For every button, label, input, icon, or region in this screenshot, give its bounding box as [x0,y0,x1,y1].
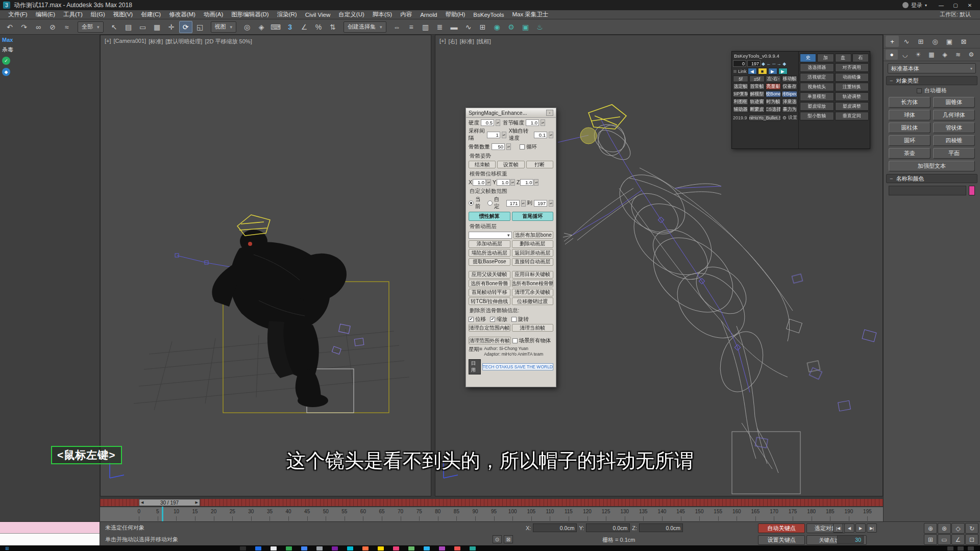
orbit-icon[interactable]: ↻ [965,523,978,534]
rotate-checkbox[interactable] [511,317,517,322]
menu-item[interactable]: 帮助(H) [441,11,469,18]
viewport-label-part[interactable]: [Camera001] [114,38,146,45]
range-current-radio[interactable] [469,201,474,206]
key-action-button[interactable]: 清理冗余关键帧 [512,289,554,296]
space-warps-icon[interactable]: ≋ [952,49,964,60]
viewport-label-part[interactable]: [+] [439,38,446,45]
zoom-extents-icon[interactable]: ⊛ [938,523,951,534]
taskbar-app-icon[interactable] [347,546,353,550]
clean-current-button[interactable]: 清理当前帧 [512,324,554,332]
fov-icon[interactable]: ∠ [951,534,965,545]
weight-field[interactable]: 1.0 [520,179,533,186]
x-coordinate-field[interactable]: 0.0cm [533,523,577,532]
taskbar-app-icon[interactable] [378,546,384,550]
bskey-panel-button[interactable]: 单显模型 [800,92,834,101]
primitive-button[interactable]: 几何球体 [933,110,975,120]
macro-recorder-row[interactable] [0,522,100,534]
spinner-icon[interactable]: ▴▾ [510,179,515,186]
bskey-panel-button[interactable]: 选选择器 [800,63,834,72]
spinner-icon[interactable]: ▴▾ [541,119,545,126]
primitive-button[interactable]: 圆环 [889,135,930,146]
modify-tab-icon[interactable]: ∿ [900,36,913,47]
object-color-swatch[interactable] [969,186,975,195]
bskey-tool-button[interactable]: 辅助器 [733,106,748,113]
weight-field[interactable]: 1.0 [473,179,486,186]
zoom-all-icon[interactable]: ⊞ [924,534,937,545]
menu-item[interactable]: 自定义(U) [334,11,368,18]
tray-icon[interactable] [958,546,964,550]
track-bar[interactable]: 0510152025303540455055606570758085909510… [100,507,883,521]
spinner-snap-icon[interactable]: ⇅ [326,21,339,33]
bskey-tab[interactable]: 盘 [835,54,851,62]
frame-offset-button[interactable]: 左-右- [766,76,781,82]
key-action-button[interactable]: 应用父级关键帧 [469,271,510,279]
bskey-tool-button[interactable]: BIP复制 [733,91,748,97]
menu-item[interactable]: 图形编辑器(D) [227,11,273,18]
bskey-tool-button[interactable]: 轨迹窗 [749,98,765,105]
range-custom-radio[interactable] [487,201,493,206]
slider-prev-icon[interactable]: ◀ [141,500,143,505]
primitive-button[interactable]: 管状体 [933,122,975,133]
frame-offset-button[interactable]: ±5f [749,76,765,82]
object-name-input[interactable] [889,186,966,195]
redo-icon[interactable]: ↷ [17,21,31,33]
scale-checkbox[interactable]: ✔ [490,317,495,322]
weight-field[interactable]: 1.0 [497,179,510,186]
primitive-category-dropdown[interactable]: 标准基本体▾ [888,63,976,73]
tray-icon[interactable] [947,546,953,550]
select-and-manipulate-icon[interactable]: ◈ [255,21,268,33]
bskey-panel-button[interactable]: 活视锁定 [800,73,834,82]
maximize-viewport-icon[interactable]: ⊡ [965,534,978,545]
spring-param-field[interactable]: 1.0 [526,119,539,126]
menu-item[interactable]: BsKeyTools [469,12,508,18]
previous-frame-icon[interactable]: ◀ [844,523,854,533]
taskbar-app-icon[interactable] [439,546,445,550]
minimize-button[interactable]: — [934,1,948,10]
bskey-panel-button[interactable]: 动画镜像 [835,73,869,82]
bskey-tool-button[interactable]: 校Bone [766,91,781,97]
layer-action-button[interactable]: 提取BasePose [469,258,510,266]
primitive-button[interactable]: 茶壶 [889,148,930,159]
selection-lock-icon[interactable]: ⊠ [504,535,513,543]
key-action-button[interactable]: 选所有Bone骨骼 [469,280,510,287]
inertia-solve-button[interactable]: 惯性解算 [469,212,510,221]
curve-editor-icon[interactable]: ∿ [462,21,475,33]
primitive-button[interactable]: 平面 [933,148,975,159]
spinner-icon[interactable]: ▴▾ [506,143,511,150]
menu-item[interactable]: 组(G) [87,11,109,18]
spring-param-field[interactable]: 0.1 [534,132,547,138]
key-action-button[interactable]: 首尾帧动转平移 [469,289,510,296]
spinner-icon[interactable]: ▴▾ [521,200,526,207]
textplus-button[interactable]: 加强型文本 [889,161,975,171]
go-to-end-icon[interactable]: ▶| [867,523,877,533]
angle-snap-icon[interactable]: ∠ [298,21,311,33]
unlink-selection-icon[interactable]: ⊘ [46,21,59,33]
select-and-link-icon[interactable]: ∞ [32,21,45,33]
bind-to-space-warp-icon[interactable]: ≈ [60,21,74,33]
primitive-button[interactable]: 圆锥体 [933,97,975,108]
key-action-button[interactable]: 应用目标关键帧 [512,271,554,279]
springmagic-rollup-button[interactable]: ▫ [546,110,553,116]
viewport-camera[interactable]: [+][Camera001][标准][默认明暗处理][2D 平移缩放 50%] [100,35,431,496]
current-frame-field[interactable]: 30 [837,535,864,544]
bskey-tool-button[interactable]: 泽意选 [782,98,797,105]
pose-button[interactable]: 设置帧 [497,161,524,168]
bskey-tool-button[interactable]: 首常帧 [749,83,765,90]
time-slider[interactable]: ◀ 30 / 197 ▶ [100,499,883,506]
footer-mini-button[interactable]: 日用 [469,359,481,374]
create-tab-icon[interactable]: + [886,36,899,47]
schematic-view-icon[interactable]: ⊞ [476,21,489,33]
percent-snap-icon[interactable]: % [312,21,325,33]
tray-icon[interactable] [968,546,974,550]
display-tab-icon[interactable]: ▣ [943,36,956,47]
select-layer-bones-button[interactable]: 选所有加层bone [513,231,554,239]
render-production-icon[interactable]: ♨ [533,21,547,33]
menu-item[interactable]: Civil View [301,12,335,18]
spring-param-field[interactable]: 0.5 [481,119,494,126]
menu-item[interactable]: 内容 [396,11,416,18]
loop-checkbox[interactable] [520,144,525,149]
lights-icon[interactable]: ☀ [912,49,924,60]
spinner-icon[interactable]: ▴▾ [534,179,538,186]
scene-explorer-icon[interactable]: ▥ [419,21,432,33]
workspace-selector[interactable]: 工作区: 默认 [940,11,976,18]
